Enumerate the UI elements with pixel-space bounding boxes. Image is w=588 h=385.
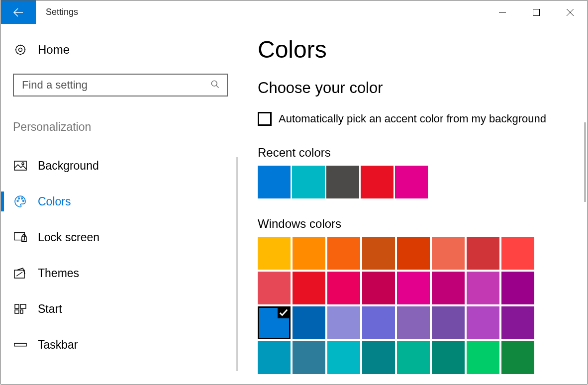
windows-color-swatch[interactable] [432,272,465,304]
windows-color-swatch[interactable] [258,237,291,270]
windows-color-swatch[interactable] [327,306,360,339]
windows-color-swatch[interactable] [501,341,534,374]
windows-color-swatch[interactable] [397,306,430,339]
sidebar-item-start[interactable]: Start [13,291,240,327]
recent-color-swatch[interactable] [326,166,359,198]
sidebar-item-label: Themes [38,267,79,280]
windows-color-swatch[interactable] [258,306,291,339]
sidebar-home[interactable]: Home [13,43,240,57]
windows-color-swatch[interactable] [362,341,395,374]
sidebar-item-label: Colors [38,195,71,208]
back-arrow-icon [12,6,24,18]
recent-color-swatch[interactable] [361,166,393,198]
svg-rect-2 [533,9,540,15]
sidebar-item-background[interactable]: Background [13,148,240,184]
svg-line-18 [16,272,22,276]
windows-colors-heading: Windows colors [258,217,587,231]
windows-color-swatch[interactable] [501,237,534,270]
recent-color-swatch[interactable] [258,166,291,198]
windows-color-swatch[interactable] [258,341,291,374]
recent-colors-heading: Recent colors [258,146,587,160]
windows-colors-grid [258,237,587,374]
sidebar: Home Personalization BackgroundColorsLoc… [1,24,240,384]
svg-point-5 [19,48,22,52]
content-scrollbar[interactable] [584,122,586,202]
recent-colors-row [258,166,536,200]
windows-color-swatch[interactable] [467,341,499,374]
windows-color-swatch[interactable] [467,272,499,304]
svg-point-13 [21,198,23,199]
recent-color-swatch[interactable] [292,166,325,198]
maximize-icon [533,9,540,16]
windows-color-swatch[interactable] [432,306,465,339]
minimize-button[interactable] [486,0,519,24]
windows-color-swatch[interactable] [327,272,360,304]
windows-color-swatch[interactable] [397,272,430,304]
sidebar-item-label: Start [38,302,62,316]
windows-color-swatch[interactable] [362,272,395,304]
window-controls [486,0,587,24]
sidebar-item-lock-screen[interactable]: Lock screen [13,219,240,255]
windows-color-swatch[interactable] [362,306,395,339]
sidebar-item-themes[interactable]: Themes [13,255,240,291]
windows-color-swatch[interactable] [293,237,325,270]
search-input[interactable] [21,78,210,92]
gear-icon [14,43,27,56]
windows-color-swatch[interactable] [432,237,465,270]
auto-accent-label: Automatically pick an accent color from … [279,112,546,125]
windows-color-swatch[interactable] [397,237,430,270]
palette-icon [14,195,27,208]
windows-color-swatch[interactable] [327,237,360,270]
svg-rect-21 [15,310,19,313]
windows-color-swatch[interactable] [467,237,499,270]
svg-rect-9 [14,161,26,170]
windows-color-swatch[interactable] [362,237,395,270]
windows-color-swatch[interactable] [467,306,499,339]
svg-rect-16 [22,237,26,241]
sidebar-item-taskbar[interactable]: Taskbar [13,327,240,363]
svg-rect-20 [20,304,26,308]
titlebar: Settings [1,0,587,24]
search-box[interactable] [13,74,228,96]
windows-color-swatch[interactable] [397,341,430,374]
themes-icon [14,267,27,280]
close-button[interactable] [553,0,587,24]
back-button[interactable] [1,0,36,24]
checkmark-icon [278,307,289,318]
windows-color-swatch[interactable] [293,341,325,374]
windows-color-swatch[interactable] [293,272,325,304]
svg-point-10 [22,163,24,165]
sidebar-item-label: Background [38,159,99,173]
svg-point-7 [211,81,217,86]
svg-point-6 [16,45,25,54]
windows-color-swatch[interactable] [258,272,291,304]
start-icon [14,302,27,315]
windows-color-swatch[interactable] [501,306,534,339]
sidebar-section-label: Personalization [13,120,240,134]
windows-color-swatch[interactable] [293,306,325,339]
svg-rect-23 [14,343,26,346]
picture-icon [14,159,27,172]
sidebar-item-label: Taskbar [38,338,78,352]
search-icon [210,79,220,91]
lock-screen-icon [14,231,27,244]
sidebar-home-label: Home [38,43,70,57]
taskbar-icon [14,338,27,351]
choose-color-heading: Choose your color [258,79,587,97]
content-pane: Colors Choose your color Automatically p… [240,24,587,384]
sidebar-item-colors[interactable]: Colors [13,184,240,219]
maximize-button[interactable] [519,0,553,24]
svg-point-11 [17,200,18,202]
checkbox-icon [258,112,272,126]
auto-accent-checkbox[interactable]: Automatically pick an accent color from … [258,112,587,126]
svg-point-14 [23,200,24,202]
recent-color-swatch[interactable] [395,166,428,198]
sidebar-item-label: Lock screen [38,231,99,244]
svg-point-12 [18,198,20,199]
page-title: Colors [258,36,587,63]
sidebar-scrollbar[interactable] [236,157,238,371]
windows-color-swatch[interactable] [432,341,465,374]
windows-color-swatch[interactable] [327,341,360,374]
window-title: Settings [36,0,78,24]
windows-color-swatch[interactable] [501,272,534,304]
